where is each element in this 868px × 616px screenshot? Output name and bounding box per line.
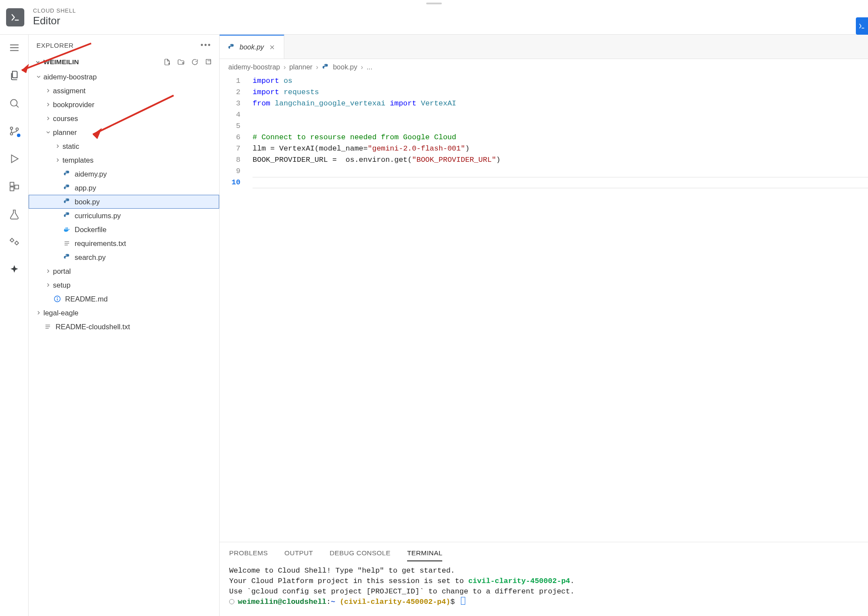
breadcrumb-part[interactable]: planner [289,63,312,71]
token-plain: model_name [319,144,363,153]
panel-tab-problems[interactable]: PROBLEMS [229,549,268,561]
tree-label: requirements.txt [75,239,126,248]
chevron-right-icon [54,142,62,150]
panel-tab-output[interactable]: OUTPUT [284,549,313,561]
tree-folder-bookprovider[interactable]: bookprovider [29,98,219,111]
explorer-title-row: EXPLORER ••• [29,35,219,54]
new-file-button[interactable] [163,58,171,66]
diamonds-icon [9,236,20,248]
breadcrumb-part[interactable]: aidemy-boostrap [228,63,280,71]
explorer-root-row[interactable]: WEIMEILIN [29,54,219,70]
tree-label: aidemy.py [75,170,107,178]
chevron-down-icon [35,59,41,65]
svg-point-9 [66,185,66,186]
svg-rect-7 [206,59,211,64]
code-line[interactable]: from langchain_google_vertexai import Ve… [253,98,868,109]
extensions-tab[interactable] [7,179,22,194]
tree-folder-legal-eagle[interactable]: legal-eagle [29,306,219,320]
run-debug-tab[interactable] [7,151,22,167]
code-editor[interactable]: 1import os2import requests3from langchai… [220,75,868,194]
panel-tab-debug[interactable]: DEBUG CONSOLE [329,549,390,561]
tree-file-search-py[interactable]: search.py [29,250,219,264]
chevron-right-icon: › [316,63,318,71]
gutter [246,109,253,121]
code-line[interactable] [253,109,868,121]
chevron-right-icon [35,309,43,317]
drag-handle[interactable] [426,3,442,4]
code-line[interactable] [253,166,868,177]
code-line[interactable]: llm = VertexAI(model_name="gemini-2.0-fl… [253,143,868,154]
breadcrumb-part[interactable]: book.py [333,63,357,71]
tree-folder-planner[interactable]: planner [29,125,219,139]
tree-folder-aidemy-boostrap[interactable]: aidemy-boostrap [29,70,219,84]
new-folder-button[interactable] [177,58,185,66]
ai-tab[interactable] [7,262,22,278]
tree-file-dockerfile[interactable]: Dockerfile [29,223,219,236]
panel-tab-terminal[interactable]: TERMINAL [407,549,443,561]
terminal-prompt-icon [10,13,20,22]
gutter [246,121,253,132]
token-op: ( [408,156,412,164]
code-line[interactable]: # Connect to resourse needed from Google… [253,132,868,143]
tree-folder-assigment[interactable]: assigment [29,84,219,98]
tab-close-button[interactable] [268,43,276,51]
tree-label: search.py [75,253,106,262]
svg-point-2 [10,133,12,135]
py-icon [62,211,71,220]
line-number: 3 [220,98,246,109]
tree-folder-portal[interactable]: portal [29,264,219,278]
tree-label: Dockerfile [75,226,106,234]
tree-file-readme-md[interactable]: README.md [29,292,219,306]
info-icon [53,295,62,303]
testing-tab[interactable] [7,206,22,222]
gutter [246,98,253,109]
gutter [246,177,253,188]
token-plain: BOOK_PROVIDER_URL = os.environ.get [253,156,408,164]
search-icon [9,98,20,109]
chevron-right-icon [44,267,52,275]
source-control-tab[interactable] [7,123,22,139]
collapse-button[interactable] [204,58,213,66]
tree-folder-static[interactable]: static [29,139,219,153]
tree-label: book.py [75,198,100,206]
tree-file-requirements-txt[interactable]: requirements.txt [29,236,219,250]
line-number: 7 [220,143,246,154]
explorer-more-button[interactable]: ••• [201,41,211,50]
tree-folder-courses[interactable]: courses [29,111,219,125]
flask-icon [9,209,20,220]
tree-file-curriculums-py[interactable]: curriculums.py [29,209,219,223]
svg-point-16 [230,44,231,45]
token-kw: import [253,88,279,96]
svg-point-14 [57,297,58,298]
tree-folder-setup[interactable]: setup [29,278,219,292]
code-line[interactable]: BOOK_PROVIDER_URL = os.environ.get("BOOK… [253,154,868,166]
breadcrumb[interactable]: aidemy-boostrap › planner › book.py › ..… [220,59,868,75]
code-line[interactable]: import requests [253,87,868,98]
code-line[interactable] [253,177,868,188]
tree-file-readme-cloudshell[interactable]: README-cloudshell.txt [29,320,219,334]
svg-point-10 [66,199,66,200]
cloud-code-tab[interactable] [7,234,22,250]
search-tab[interactable] [7,95,22,111]
tree-label: portal [53,267,71,275]
tree-folder-templates[interactable]: templates [29,153,219,167]
terminal-text: . [570,577,575,585]
tree-file-aidemy-py[interactable]: aidemy.py [29,167,219,181]
breadcrumb-overflow[interactable]: ... [367,63,372,71]
open-terminal-button[interactable] [856,17,868,35]
code-line[interactable]: import os [253,75,868,87]
refresh-button[interactable] [191,58,199,66]
menu-button[interactable] [7,40,22,56]
explorer-header-actions [163,58,213,66]
explorer-tab[interactable] [7,68,22,83]
terminal-context: (civil-clarity-450002-p4) [340,598,450,606]
code-line[interactable] [253,121,868,132]
tree-file-app-py[interactable]: app.py [29,181,219,195]
tab-book-py[interactable]: book.py [220,35,284,59]
tree-file-book-py[interactable]: book.py [29,195,219,209]
terminal[interactable]: Welcome to Cloud Shell! Type "help" to g… [220,565,868,616]
gutter [246,143,253,154]
token-op: = [363,144,368,153]
gutter [246,87,253,98]
main: EXPLORER ••• WEIMEILIN aidemy-boostrapas… [0,35,868,616]
